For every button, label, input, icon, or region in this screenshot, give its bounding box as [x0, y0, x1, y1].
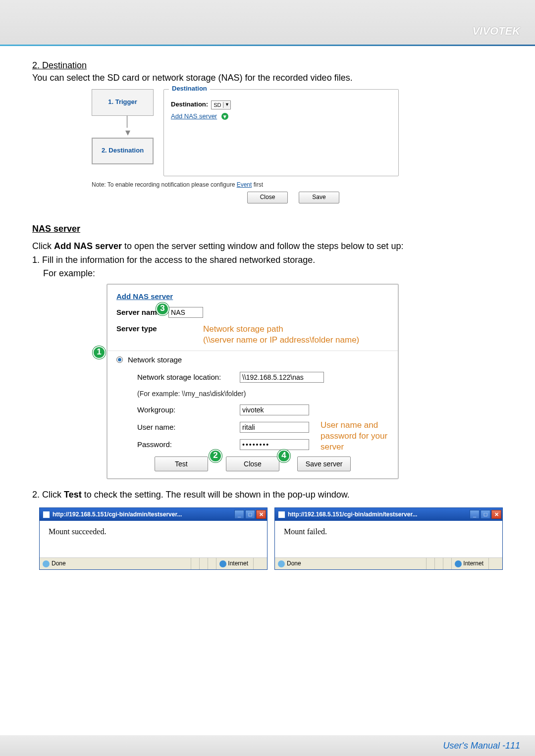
popup-title-text: http://192.168.5.151/cgi-bin/admin/tests…	[53, 511, 233, 519]
close-icon[interactable]: ✕	[491, 510, 501, 519]
page-icon	[278, 560, 285, 567]
destination-screenshot: 1. Trigger │▾ 2. Destination Destination…	[92, 89, 399, 203]
ie-icon	[278, 511, 285, 518]
badge-4: 4	[277, 450, 290, 462]
page-icon	[43, 560, 50, 567]
nas-panel: Add NAS server Server name: Server type …	[107, 284, 399, 480]
maximize-icon[interactable]: □	[481, 510, 490, 519]
badge-3: 3	[156, 302, 169, 315]
network-storage-radio-label: Network storage	[128, 355, 182, 365]
page-footer: User's Manual - 111	[0, 735, 535, 756]
server-name-input[interactable]	[168, 307, 203, 318]
nas-step1: 1. Fill in the information for the acces…	[32, 254, 503, 266]
section-intro: You can select the SD card or network st…	[32, 72, 503, 84]
workgroup-input[interactable]	[240, 404, 309, 415]
footer-page: 111	[505, 741, 520, 751]
destination-dropdown[interactable]: SD ▼	[211, 101, 231, 109]
destination-dropdown-value: SD	[212, 101, 223, 108]
destination-panel: Destination Destination: SD ▼ Add NAS se…	[163, 89, 399, 176]
chevron-down-icon[interactable]: ▼	[223, 102, 230, 108]
footer-text: User's Manual -	[443, 741, 505, 751]
orange-cred-note: User name and password for your server	[321, 420, 410, 453]
status-done: Done	[52, 560, 66, 568]
username-input[interactable]	[240, 422, 309, 433]
brand-name: VIVOTEK	[472, 25, 520, 38]
add-icon[interactable]: ▾	[221, 113, 228, 120]
network-storage-radio[interactable]	[116, 356, 123, 363]
nas-step2: 2. Click Test to check the setting. The …	[32, 489, 503, 501]
save-server-button[interactable]: Save server	[297, 456, 351, 471]
add-nas-server-link[interactable]: Add NAS server	[171, 112, 217, 121]
maximize-icon[interactable]: □	[245, 510, 255, 519]
close-icon[interactable]: ✕	[256, 510, 266, 519]
ie-icon	[43, 511, 50, 518]
popup-statusbar: Done Internet	[40, 557, 267, 569]
note-prefix: Note: To enable recording notification p…	[92, 181, 237, 188]
step-destination-box[interactable]: 2. Destination	[92, 138, 154, 164]
workgroup-label: Workgroup:	[137, 405, 234, 415]
nas-heading: NAS server	[32, 223, 503, 235]
test-button[interactable]: Test	[155, 456, 208, 471]
step-connector-icon: │▾	[92, 116, 163, 138]
nas-add-link[interactable]: Add NAS server	[116, 292, 173, 301]
nas-close-button[interactable]: Close	[226, 456, 279, 471]
minimize-icon[interactable]: _	[470, 510, 480, 519]
nas-para: Click Add NAS server to open the server …	[32, 241, 503, 252]
section-title: 2. Destination	[32, 60, 503, 71]
location-label: Network storage location:	[137, 372, 234, 382]
destination-label: Destination:	[171, 101, 208, 109]
globe-icon	[455, 560, 462, 567]
status-done: Done	[287, 560, 301, 568]
location-hint: (For example: \\my_nas\disk\folder)	[137, 389, 246, 398]
server-type-label: Server type	[116, 324, 198, 334]
orange-path-note: Network storage path (\\server name or I…	[203, 324, 359, 346]
badge-2: 2	[209, 450, 222, 462]
recording-note: Note: To enable recording notification p…	[92, 176, 399, 189]
popup-body-fail: Mount failed.	[275, 521, 502, 557]
close-button[interactable]: Close	[247, 192, 288, 203]
popup-title-text: http://192.168.5.151/cgi-bin/admin/tests…	[288, 511, 469, 519]
globe-icon	[219, 560, 226, 567]
nas-step1b: For example:	[32, 268, 503, 279]
note-suffix: first	[252, 181, 263, 188]
event-link[interactable]: Event	[237, 181, 252, 188]
popup-titlebar[interactable]: http://192.168.5.151/cgi-bin/admin/tests…	[275, 508, 502, 521]
popup-fail: http://192.168.5.151/cgi-bin/admin/tests…	[274, 507, 503, 570]
popup-success: http://192.168.5.151/cgi-bin/admin/tests…	[39, 507, 268, 570]
minimize-icon[interactable]: _	[234, 510, 244, 519]
username-label: User name:	[137, 422, 234, 432]
badge-1: 1	[93, 346, 106, 359]
popup-titlebar[interactable]: http://192.168.5.151/cgi-bin/admin/tests…	[40, 508, 267, 521]
destination-legend: Destination	[169, 85, 210, 93]
page-header: VIVOTEK	[0, 0, 535, 45]
save-button[interactable]: Save	[299, 192, 339, 203]
password-label: Password:	[137, 440, 234, 450]
separator	[107, 351, 398, 351]
step-trigger-box[interactable]: 1. Trigger	[92, 89, 154, 116]
status-zone: Internet	[228, 560, 248, 568]
password-input[interactable]	[240, 439, 309, 450]
popup-body-success: Mount succeeded.	[40, 521, 267, 557]
location-input[interactable]	[240, 372, 324, 383]
popup-statusbar: Done Internet	[275, 557, 502, 569]
status-zone: Internet	[463, 560, 483, 568]
